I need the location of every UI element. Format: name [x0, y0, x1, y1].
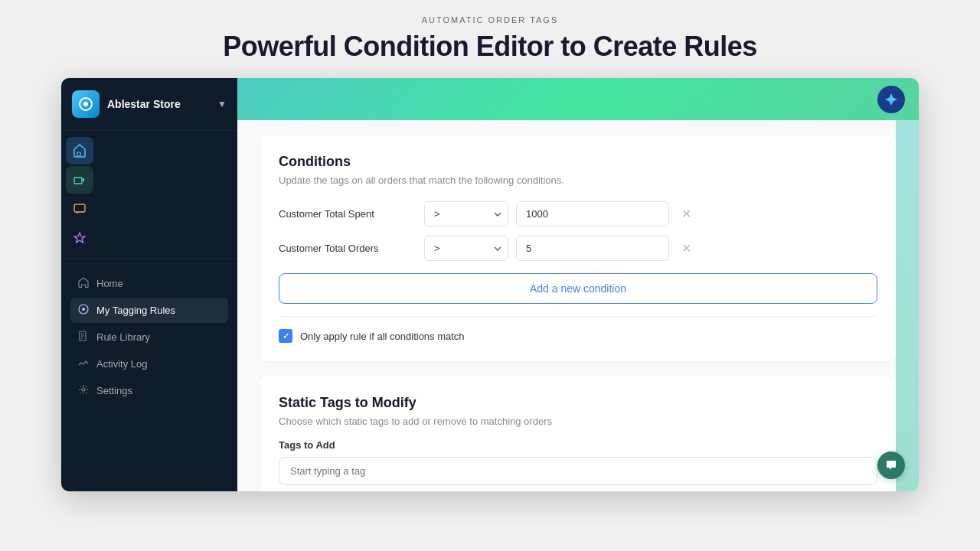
svg-point-8	[82, 388, 85, 391]
sidebar-item-activity-log[interactable]: Activity Log	[70, 351, 228, 377]
svg-rect-4	[74, 204, 85, 212]
sidebar-icon-chat[interactable]	[66, 195, 93, 223]
sidebar-header[interactable]: Ablestar Store ▼	[61, 78, 237, 131]
store-name: Ablestar Store	[107, 98, 210, 110]
home-nav-icon	[78, 277, 89, 290]
side-decoration	[896, 120, 919, 491]
sidebar-item-settings[interactable]: Settings	[70, 378, 228, 403]
tags-to-add-label: Tags to Add	[279, 439, 877, 451]
sidebar-item-rule-library-label: Rule Library	[96, 331, 150, 343]
all-conditions-checkbox-row: Only apply rule if all conditions match	[279, 316, 877, 343]
tag-input[interactable]	[279, 457, 877, 485]
sidebar-item-settings-label: Settings	[96, 385, 132, 396]
book-nav-icon	[78, 331, 89, 344]
svg-rect-2	[77, 152, 80, 156]
tag-nav-icon	[78, 304, 89, 317]
sidebar-nav: Home My Tagging Rules Ru	[61, 259, 237, 416]
sidebar-icon-home[interactable]	[66, 137, 93, 165]
svg-rect-3	[74, 178, 82, 184]
conditions-desc: Update the tags on all orders that match…	[279, 174, 877, 186]
all-conditions-checkbox[interactable]	[279, 329, 292, 343]
sidebar-icon-star[interactable]	[66, 224, 93, 252]
content-area: Conditions Update the tags on all orders…	[237, 120, 919, 491]
conditions-title: Conditions	[279, 154, 877, 170]
page-header: AUTOMATIC ORDER TAGS Powerful Condition …	[223, 15, 757, 63]
sidebar-item-home[interactable]: Home	[70, 271, 228, 296]
conditions-card: Conditions Update the tags on all orders…	[260, 135, 896, 361]
sidebar-item-activity-log-label: Activity Log	[96, 358, 147, 370]
page-subtitle: AUTOMATIC ORDER TAGS	[223, 15, 757, 24]
sidebar-icon-tag[interactable]	[66, 166, 93, 194]
all-conditions-label: Only apply rule if all conditions match	[300, 331, 465, 342]
chevron-down-icon: ▼	[217, 99, 227, 109]
static-tags-desc: Choose which static tags to add or remov…	[279, 416, 877, 427]
static-tags-card: Static Tags to Modify Choose which stati…	[260, 377, 896, 491]
sidebar: Ablestar Store ▼	[61, 78, 237, 491]
sidebar-item-tagging-rules[interactable]: My Tagging Rules	[70, 298, 228, 323]
chart-nav-icon	[78, 357, 89, 370]
condition-1-label: Customer Total Spent	[279, 208, 416, 220]
svg-point-1	[83, 102, 88, 106]
top-banner	[237, 78, 919, 120]
sidebar-item-rule-library[interactable]: Rule Library	[70, 324, 228, 350]
app-logo	[72, 90, 100, 118]
page-title: Powerful Condition Editor to Create Rule…	[223, 31, 757, 63]
condition-1-remove[interactable]: ✕	[677, 205, 695, 223]
add-condition-button[interactable]: Add a new condition	[279, 273, 877, 304]
condition-2-value[interactable]	[516, 236, 669, 261]
main-content: Conditions Update the tags on all orders…	[237, 78, 919, 491]
app-window: Ablestar Store ▼	[61, 78, 919, 491]
sidebar-item-home-label: Home	[96, 278, 123, 289]
banner-icon	[877, 86, 905, 113]
condition-row-2: Customer Total Orders > < = ✕	[279, 236, 877, 261]
sidebar-icon-group	[61, 131, 237, 259]
chat-button[interactable]	[877, 452, 905, 479]
condition-row-1: Customer Total Spent > < = ✕	[279, 201, 877, 227]
sidebar-item-tagging-label: My Tagging Rules	[96, 305, 175, 316]
static-tags-title: Static Tags to Modify	[279, 395, 877, 411]
svg-point-6	[82, 308, 85, 311]
gear-nav-icon	[78, 384, 89, 397]
condition-2-operator[interactable]: > < =	[424, 236, 508, 261]
condition-1-operator[interactable]: > < =	[424, 201, 508, 227]
condition-2-remove[interactable]: ✕	[677, 240, 695, 258]
condition-2-label: Customer Total Orders	[279, 243, 416, 254]
condition-1-value[interactable]	[516, 201, 669, 227]
